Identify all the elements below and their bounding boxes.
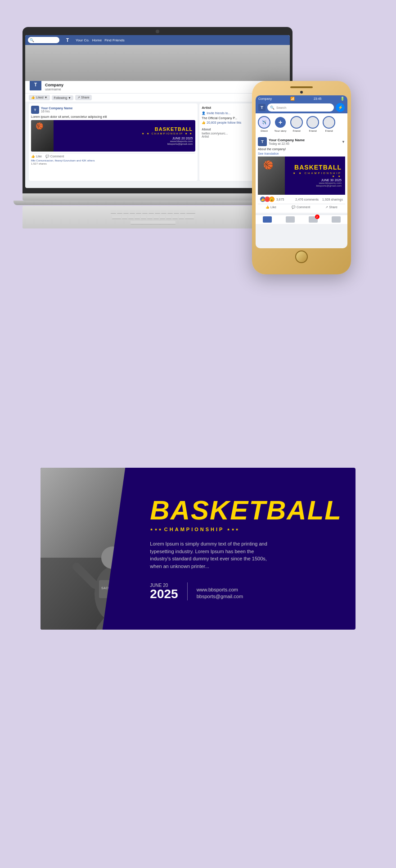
story-yours-label: Your story xyxy=(274,130,287,132)
fb-mobile-bottombar: 2 xyxy=(256,215,347,224)
laptop-keyboard xyxy=(22,206,284,228)
key xyxy=(130,210,135,214)
banner-year: 2025 xyxy=(150,588,178,600)
fb-grid-icon[interactable] xyxy=(332,216,341,223)
key xyxy=(117,210,122,214)
key-wide xyxy=(186,210,195,214)
fb-cover-photo xyxy=(25,45,290,81)
phone-mockup: Company 📶 23:45 🔋 T 🔍 Search ⚡ xyxy=(252,81,351,274)
fb-mobile-translate[interactable]: See translation xyxy=(258,152,345,155)
banner-text-section: BASKETBALL ★ ★ ★ CHAMPIONSHIP ★ ★ ★ Lore… xyxy=(136,468,356,630)
liked-btn[interactable]: 👍 Liked ▼ xyxy=(29,95,50,100)
following-btn[interactable]: Following ▼ xyxy=(52,95,73,100)
fb-mobile-search[interactable]: 🔍 Search xyxy=(267,103,334,112)
key xyxy=(135,215,140,219)
fb-mobile-logo: T xyxy=(258,104,266,111)
svg-rect-1 xyxy=(40,558,136,630)
comment-action[interactable]: 💬 Comment xyxy=(45,155,64,158)
fb-desktop-nav: Your Co. Home Find Friends xyxy=(76,38,125,42)
story-friend-1[interactable]: Friend xyxy=(290,116,303,132)
fb-username: username xyxy=(45,87,63,91)
reaction-icons: 👍 ❤️ 😮 xyxy=(260,197,274,202)
fb-mobile-post-header: T Your Company Name Today at 22:45 ▼ xyxy=(258,137,345,146)
clock: 23:45 xyxy=(314,97,322,100)
story-friend-3[interactable]: Friend xyxy=(322,116,336,132)
key xyxy=(174,210,179,214)
key-tab xyxy=(112,215,121,219)
svg-line-11 xyxy=(117,621,124,630)
friend-avatar-3 xyxy=(323,116,335,129)
fb-home-icon[interactable] xyxy=(263,216,272,223)
fb-post-banner: BASKETBALL ★ ★ CHAMPIONSHIP ★ ★ JUNE 20 … xyxy=(31,120,195,152)
story-yours[interactable]: + Your story xyxy=(274,116,287,132)
spacebar xyxy=(130,221,176,224)
fb-desktop-topbar: 🔍 T Your Co. Home Find Friends xyxy=(25,35,290,45)
banner-contact: www.bbsports.com bbsports@gmail.com xyxy=(197,587,243,600)
fb-banner-player xyxy=(31,120,54,152)
key xyxy=(160,215,165,219)
fb-banner-email: bbsports@gmail.com xyxy=(56,143,193,145)
fb-mobile-banner-title: BASKETBALL xyxy=(288,164,342,170)
key xyxy=(153,215,159,219)
key xyxy=(123,210,129,214)
fb-company-name: Company xyxy=(45,83,63,87)
share-btn[interactable]: ↗ Share xyxy=(75,95,92,100)
phone-home-button[interactable] xyxy=(295,251,308,263)
post-chevron[interactable]: ▼ xyxy=(342,140,345,144)
svg-point-4 xyxy=(101,546,124,569)
banner-divider xyxy=(187,582,188,600)
laptop-camera xyxy=(156,30,159,33)
fb-mobile-topbar: T 🔍 Search ⚡ xyxy=(256,102,347,113)
banner-footer: JUNE 20 2025 www.bbsports.com bbsports@g… xyxy=(150,582,342,600)
banner-player-section: SACRAMENTO 3 xyxy=(40,468,136,630)
svg-text:3: 3 xyxy=(111,590,114,597)
fb-post-time: 16 hrs xyxy=(41,110,72,113)
fb-banner-date: JUNE 20 2025 xyxy=(56,137,193,140)
fb-banner-sub: ★ ★ CHAMPIONSHIP ★ ★ xyxy=(56,132,193,135)
fb-mobile-email: bbsports@gmail.com xyxy=(288,184,342,187)
friend-avatar-1 xyxy=(290,116,303,129)
fb-banner-text: BASKETBALL ★ ★ CHAMPIONSHIP ★ ★ JUNE 20 … xyxy=(54,125,195,147)
fb-mobile-share[interactable]: ↗ Share xyxy=(325,206,338,209)
like-action[interactable]: 👍 Like xyxy=(31,155,42,158)
svg-line-6 xyxy=(130,558,136,585)
facebook-desktop-ui: 🔍 T Your Co. Home Find Friends xyxy=(25,35,290,188)
phone-screen: Company 📶 23:45 🔋 T 🔍 Search ⚡ xyxy=(256,95,347,248)
story-friend-2[interactable]: Friend xyxy=(306,116,320,132)
banner-stars-left: ★ ★ ★ xyxy=(150,528,161,532)
story-direct-label: Direct xyxy=(257,130,271,132)
notification-badge: 2 xyxy=(315,215,320,219)
banner-website: www.bbsports.com xyxy=(197,587,243,592)
fb-people-icon[interactable] xyxy=(286,216,295,223)
fb-post-likes: Mkt Comunicacion, Ifeanyi Ezurukam and 4… xyxy=(31,159,195,162)
key xyxy=(172,215,178,219)
fb-mobile-comment[interactable]: 💬 Comment xyxy=(292,206,310,209)
svg-line-10 xyxy=(101,621,108,630)
fb-mobile-statusbar: Company 📶 23:45 🔋 xyxy=(256,95,347,102)
key xyxy=(141,215,146,219)
fb-desktop-search[interactable]: 🔍 xyxy=(28,37,59,43)
key xyxy=(161,210,166,214)
fb-mobile-like[interactable]: 👍 Like xyxy=(266,206,276,209)
banner-stars-right: ★ ★ ★ xyxy=(227,528,238,532)
story-friend-2-label: Friend xyxy=(306,130,320,132)
fb-mobile-banner-sub: ★ ★ CHAMPIONSHIP ★ ★ xyxy=(288,171,342,178)
fb-post-avatar: T xyxy=(31,106,39,114)
friend-avatar-2 xyxy=(306,116,319,129)
fb-mobile-reaction: 👍 ❤️ 😮 3,675 2,476 comments 1,928 sharin… xyxy=(258,195,345,204)
key xyxy=(128,215,134,219)
fb-mobile-banner-text: BASKETBALL ★ ★ CHAMPIONSHIP ★ ★ JUNE 30 … xyxy=(285,162,345,189)
fb-mobile-messenger-btn[interactable]: ⚡ xyxy=(336,103,345,112)
svg-text:SACRAMENTO: SACRAMENTO xyxy=(101,586,124,590)
story-direct[interactable]: ✈️ Direct xyxy=(257,116,271,132)
key xyxy=(147,215,153,219)
fb-content-area: T Your Company Name 16 hrs Lorem ipsum d… xyxy=(25,102,290,183)
story-friend-3-label: Friend xyxy=(322,130,336,132)
banner-section: SACRAMENTO 3 BASKETBALL ★ ★ ★ CHAMPIONSH… xyxy=(0,459,396,648)
fb-mobile-post-text: About the company! xyxy=(258,148,345,151)
banner-email: bbsports@gmail.com xyxy=(197,594,243,599)
search-placeholder: Search xyxy=(276,106,286,109)
reaction-count: 3,675 xyxy=(276,198,284,201)
fb-globe-icon[interactable]: 2 xyxy=(309,216,318,223)
share-count: 1,928 sharings xyxy=(322,198,343,201)
